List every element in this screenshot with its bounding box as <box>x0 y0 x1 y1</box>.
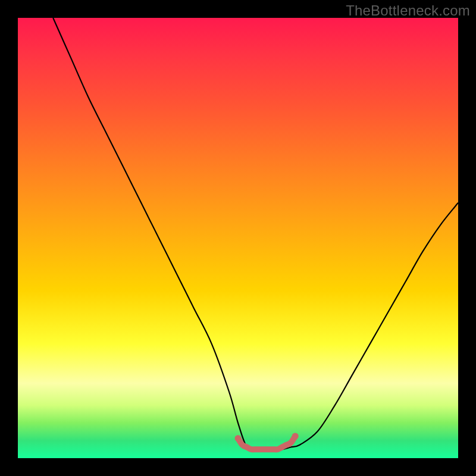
optimal-zone-end-dot-right <box>292 433 299 440</box>
curve-svg <box>18 18 458 458</box>
optimal-zone-end-dot-left <box>235 435 242 441</box>
plot-area <box>18 18 458 458</box>
chart-frame: TheBottleneck.com <box>0 0 476 476</box>
optimal-zone-marker <box>238 436 295 449</box>
bottleneck-curve <box>53 18 458 450</box>
watermark-text: TheBottleneck.com <box>346 2 470 19</box>
